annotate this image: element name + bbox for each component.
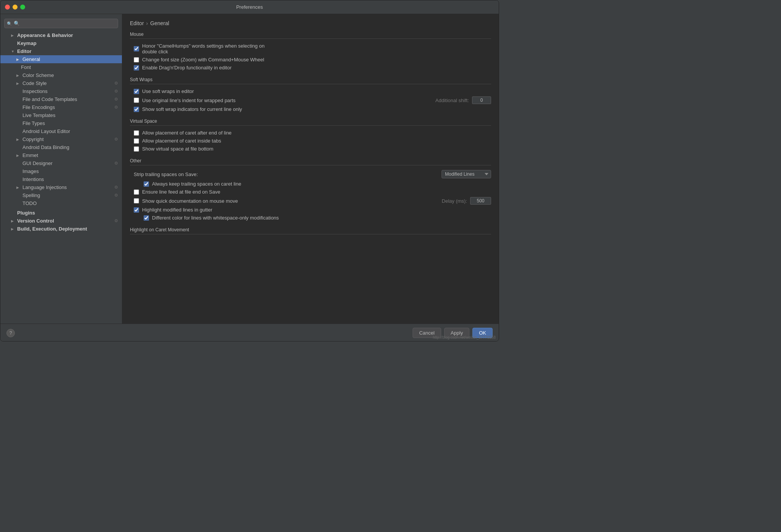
checkbox-keep-trailing-spaces[interactable] xyxy=(144,181,149,187)
expand-arrow-icon: ▶ xyxy=(16,186,20,189)
breadcrumb: Editor › General xyxy=(130,20,491,26)
breadcrumb-current: General xyxy=(150,20,169,26)
section-header-soft-wraps: Soft Wraps xyxy=(130,77,491,84)
search-input[interactable] xyxy=(4,19,118,28)
expand-arrow-icon: ▶ xyxy=(11,219,15,223)
sidebar-item-file-code-templates[interactable]: ▶ File and Code Templates ⚙ xyxy=(0,95,122,103)
bottom-bar: ? Cancel Apply OK http://blog.csdn.net/w… xyxy=(0,324,499,341)
checkbox-caret-inside-tabs[interactable] xyxy=(134,138,139,144)
sidebar-item-copyright[interactable]: ▶ Copyright ⚙ xyxy=(0,135,122,143)
option-different-color-whitespace: Different color for lines with whitespac… xyxy=(130,214,491,222)
option-virtual-space-bottom: Show virtual space at file bottom xyxy=(130,145,491,153)
sidebar-item-label: Live Templates xyxy=(22,112,55,118)
sidebar-item-color-scheme[interactable]: ▶ Color Scheme xyxy=(0,71,122,79)
maximize-button[interactable] xyxy=(20,5,25,10)
help-icon: ? xyxy=(10,330,12,336)
sidebar-item-label: TODO xyxy=(22,200,37,206)
sidebar-item-images[interactable]: ▶ Images xyxy=(0,167,122,175)
sidebar-item-label: Editor xyxy=(17,48,32,54)
gear-icon: ⚙ xyxy=(114,97,118,102)
option-label: Highlight modified lines in gutter xyxy=(142,207,491,213)
checkbox-different-color-whitespace[interactable] xyxy=(144,215,149,221)
gear-icon: ⚙ xyxy=(114,89,118,94)
sidebar-item-version-control[interactable]: ▶ Version Control ⚙ xyxy=(0,217,122,225)
expand-arrow-icon: ▶ xyxy=(16,58,20,61)
other-section: Other Strip trailing spaces on Save: Non… xyxy=(130,158,491,222)
option-drag-drop: Enable Drag'n'Drop functionality in edit… xyxy=(130,64,491,72)
option-label: Ensure line feed at file end on Save xyxy=(142,189,491,195)
checkbox-wrap-indicators[interactable] xyxy=(134,107,139,112)
delay-label: Delay (ms): xyxy=(442,198,467,204)
option-font-size-zoom: Change font size (Zoom) with Command+Mou… xyxy=(130,56,491,64)
gear-icon: ⚙ xyxy=(114,161,118,166)
sidebar-item-spelling[interactable]: ▶ Spelling ⚙ xyxy=(0,191,122,199)
expand-arrow-icon: ▶ xyxy=(16,82,20,85)
sidebar-item-plugins[interactable]: ▶ Plugins xyxy=(0,209,122,217)
sidebar-item-keymap[interactable]: ▶ Keymap xyxy=(0,39,122,47)
option-label: Different color for lines with whitespac… xyxy=(152,215,491,221)
sidebar-item-android-layout-editor[interactable]: ▶ Android Layout Editor xyxy=(0,127,122,135)
option-label: Always keep trailing spaces on caret lin… xyxy=(152,181,491,187)
option-quick-documentation: Show quick documentation on mouse move D… xyxy=(130,196,491,206)
option-line-feed-save: Ensure line feed at file end on Save xyxy=(130,188,491,196)
checkbox-line-feed-save[interactable] xyxy=(134,189,139,195)
sidebar-item-file-types[interactable]: ▶ File Types xyxy=(0,119,122,127)
sidebar-item-gui-designer[interactable]: ▶ GUI Designer ⚙ xyxy=(0,159,122,167)
checkbox-highlight-modified-lines[interactable] xyxy=(134,207,139,213)
sidebar-item-font[interactable]: Font xyxy=(0,63,122,71)
checkbox-font-size-zoom[interactable] xyxy=(134,57,139,62)
sidebar-item-live-templates[interactable]: ▶ Live Templates xyxy=(0,111,122,119)
sidebar-item-label: GUI Designer xyxy=(22,160,53,166)
shift-value-input[interactable] xyxy=(472,96,491,104)
search-wrapper[interactable]: 🔍 xyxy=(4,19,118,28)
help-button[interactable]: ? xyxy=(6,329,15,337)
section-header-mouse: Mouse xyxy=(130,32,491,39)
sidebar-item-todo[interactable]: ▶ TODO xyxy=(0,199,122,207)
sidebar-item-emmet[interactable]: ▶ Emmet xyxy=(0,151,122,159)
checkbox-original-indent[interactable] xyxy=(134,98,139,103)
checkbox-caret-after-line[interactable] xyxy=(134,130,139,136)
soft-wraps-section: Soft Wraps Use soft wraps in editor Use … xyxy=(130,77,491,113)
search-icon: 🔍 xyxy=(7,21,12,26)
checkbox-quick-documentation[interactable] xyxy=(134,198,139,204)
sidebar-item-editor[interactable]: ▼ Editor xyxy=(0,47,122,55)
expand-arrow-icon: ▶ xyxy=(16,138,20,141)
strip-trailing-spaces-row: Strip trailing spaces on Save: None All … xyxy=(130,168,491,180)
option-label: Show soft wrap indicators for current li… xyxy=(142,106,491,112)
sidebar-item-label: File Types xyxy=(22,120,45,126)
window-controls[interactable] xyxy=(5,5,25,10)
section-header-virtual-space: Virtual Space xyxy=(130,119,491,126)
watermark-text: http://blog.csdn.net/weixin_37770558 xyxy=(433,335,496,340)
option-camel-humps: Honor "CamelHumps" words settings when s… xyxy=(130,42,491,56)
checkbox-drag-drop[interactable] xyxy=(134,65,139,71)
sidebar-item-general[interactable]: ▶ General xyxy=(0,55,122,63)
checkbox-camel-humps[interactable] xyxy=(134,46,139,51)
sidebar-item-label: Plugins xyxy=(17,210,35,216)
option-label: Show quick documentation on mouse move xyxy=(142,198,439,204)
sidebar-item-label: Intentions xyxy=(22,176,44,182)
sidebar-item-build-execution[interactable]: ▶ Build, Execution, Deployment xyxy=(0,225,122,233)
delay-value-input[interactable] xyxy=(470,197,491,205)
sidebar-item-android-data-binding[interactable]: ▶ Android Data Binding xyxy=(0,143,122,151)
close-button[interactable] xyxy=(5,5,10,10)
sidebar-item-label: File Encodings xyxy=(22,104,55,110)
sidebar-item-appearance[interactable]: ▶ Appearance & Behavior xyxy=(0,31,122,39)
checkbox-use-soft-wraps[interactable] xyxy=(134,89,139,94)
checkbox-virtual-space-bottom[interactable] xyxy=(134,146,139,152)
sidebar-item-code-style[interactable]: ▶ Code Style ⚙ xyxy=(0,79,122,87)
option-label: Use soft wraps in editor xyxy=(142,88,491,94)
gear-icon: ⚙ xyxy=(114,81,118,86)
sidebar-item-file-encodings[interactable]: ▶ File Encodings ⚙ xyxy=(0,103,122,111)
option-label: Honor "CamelHumps" words settings when s… xyxy=(142,43,491,54)
gear-icon: ⚙ xyxy=(114,105,118,110)
sidebar-item-label: Language Injections xyxy=(22,184,67,190)
option-label: Change font size (Zoom) with Command+Mou… xyxy=(142,57,491,62)
sidebar-item-language-injections[interactable]: ▶ Language Injections ⚙ xyxy=(0,183,122,191)
strip-trailing-select[interactable]: None All Modified Lines xyxy=(442,170,491,178)
bottom-bar-left: ? xyxy=(6,329,410,337)
sidebar-item-inspections[interactable]: ▶ Inspections ⚙ xyxy=(0,87,122,95)
shift-label: Additional shift: xyxy=(435,98,469,103)
sidebar-item-label: Spelling xyxy=(22,192,40,198)
sidebar-item-intentions[interactable]: ▶ Intentions xyxy=(0,175,122,183)
minimize-button[interactable] xyxy=(13,5,18,10)
